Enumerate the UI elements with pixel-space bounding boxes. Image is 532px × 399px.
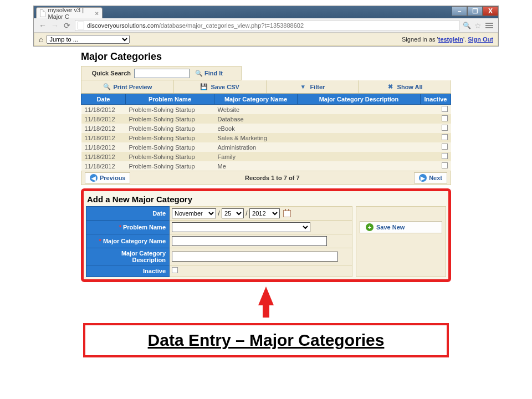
previous-button[interactable]: ◀ Previous	[85, 172, 130, 183]
field-problem-name	[170, 221, 352, 234]
cell-date: 11/18/2012	[81, 133, 126, 142]
cell-major-category-name: Database	[214, 114, 298, 124]
plus-icon: +	[366, 223, 374, 231]
col-inactive[interactable]: Inactive	[421, 94, 451, 105]
cell-major-category-desc	[298, 114, 421, 124]
annotation-callout: Data Entry – Major Categories	[83, 323, 449, 357]
back-button[interactable]: ←	[38, 21, 47, 30]
cell-major-category-desc	[298, 161, 421, 171]
col-major-category-name[interactable]: Major Category Name	[214, 94, 298, 105]
filter-button[interactable]: ▾ Filter	[267, 80, 359, 93]
app-top-bar: ⌂ Jump to ... Signed in as 'testglein'. …	[34, 33, 498, 46]
inactive-checkbox[interactable]	[442, 144, 448, 150]
col-problem-name[interactable]: Problem Name	[126, 94, 214, 105]
major-category-name-input[interactable]	[172, 236, 327, 246]
find-it-button[interactable]: 🔍 Find It	[192, 69, 226, 78]
bookmark-star-icon[interactable]: ☆	[474, 21, 482, 30]
window-maximize-button[interactable]: ☐	[467, 6, 483, 16]
inactive-checkbox[interactable]	[442, 106, 448, 112]
quick-search-label: Quick Search	[81, 70, 134, 76]
forward-button[interactable]: →	[50, 21, 59, 30]
url-path: /database/major_categories_view.php?t=13…	[159, 22, 304, 29]
cell-major-category-name: Sales & Marketing	[214, 133, 298, 142]
save-csv-button[interactable]: 💾 Save CSV	[174, 80, 267, 93]
cell-major-category-name: Administration	[214, 142, 298, 152]
cell-major-category-desc	[298, 142, 421, 152]
inactive-checkbox[interactable]	[442, 125, 448, 131]
arrow-left-icon: ◀	[90, 174, 98, 182]
major-category-desc-input[interactable]	[172, 252, 338, 262]
next-button[interactable]: ▶ Next	[414, 172, 447, 183]
inactive-checkbox[interactable]	[442, 162, 448, 168]
cell-date: 11/18/2012	[81, 161, 126, 171]
cell-inactive	[421, 142, 451, 152]
cell-major-category-name: eBook	[214, 124, 298, 133]
cell-inactive	[421, 114, 451, 124]
cell-major-category-desc	[298, 124, 421, 133]
home-icon[interactable]: ⌂	[39, 35, 43, 44]
inactive-checkbox[interactable]	[442, 153, 448, 159]
sign-out-link[interactable]: Sign Out	[468, 36, 493, 43]
pager-summary: Records 1 to 7 of 7	[130, 175, 414, 181]
date-year-select[interactable]: 2012	[249, 208, 280, 218]
table-row[interactable]: 11/18/2012Problem-Solving StartupWebsite	[81, 105, 451, 115]
add-new-title: Add a New Major Category	[87, 195, 446, 204]
calendar-icon[interactable]	[283, 210, 291, 217]
cell-problem-name: Problem-Solving Startup	[126, 114, 214, 124]
table-row[interactable]: 11/18/2012Problem-Solving StartupSales &…	[81, 133, 451, 142]
funnel-icon: ▾	[299, 83, 307, 91]
table-row[interactable]: 11/18/2012Problem-Solving StartupDatabas…	[81, 114, 451, 124]
url-host: discoveryoursolutions.com	[87, 22, 159, 29]
save-icon: 💾	[200, 83, 208, 91]
print-preview-button[interactable]: 🔍 Print Preview	[81, 80, 174, 93]
browser-tab[interactable]: mysolver v3 | Major C ×	[36, 7, 103, 18]
zoom-icon[interactable]: 🔍	[463, 22, 471, 29]
cell-major-category-name: Family	[214, 152, 298, 161]
window-minimize-button[interactable]: –	[452, 6, 467, 16]
username-link[interactable]: testglein	[438, 36, 463, 43]
save-new-button[interactable]: + Save New	[360, 221, 442, 233]
save-new-label: Save New	[376, 224, 405, 231]
inactive-checkbox[interactable]	[442, 134, 448, 140]
previous-label: Previous	[100, 175, 125, 181]
field-major-category-name	[170, 234, 352, 248]
page-title: Major Categories	[81, 51, 451, 63]
table-row[interactable]: 11/18/2012Problem-Solving StartupeBook	[81, 124, 451, 133]
label-inactive: Inactive	[86, 265, 170, 277]
label-major-category-name: * Major Category Name	[86, 234, 170, 248]
label-major-category-desc: Major Category Description	[86, 248, 170, 265]
table-row[interactable]: 11/18/2012Problem-Solving StartupAdminis…	[81, 142, 451, 152]
cell-major-category-desc	[298, 133, 421, 142]
problem-name-select[interactable]	[172, 222, 310, 232]
url-field[interactable]: discoveryoursolutions.com/database/major…	[75, 20, 459, 31]
reload-button[interactable]: ⟳	[63, 21, 71, 30]
next-label: Next	[429, 175, 442, 181]
label-date: Date	[86, 207, 170, 221]
inactive-checkbox[interactable]	[172, 267, 178, 273]
date-day-select[interactable]: 25	[222, 208, 244, 218]
cell-problem-name: Problem-Solving Startup	[126, 152, 214, 161]
close-tab-icon[interactable]: ×	[95, 10, 99, 17]
jump-to-select[interactable]: Jump to ...	[47, 35, 130, 44]
pager-bar: ◀ Previous Records 1 to 7 of 7 ▶ Next	[81, 171, 451, 185]
show-all-label: Show All	[397, 84, 423, 90]
show-all-button[interactable]: ✖ Show All	[359, 80, 451, 93]
cell-problem-name: Problem-Solving Startup	[126, 142, 214, 152]
cell-problem-name: Problem-Solving Startup	[126, 133, 214, 142]
col-major-category-desc[interactable]: Major Category Description	[298, 94, 421, 105]
menu-button[interactable]	[485, 21, 494, 30]
window-close-button[interactable]: X	[483, 6, 498, 16]
cell-date: 11/18/2012	[81, 152, 126, 161]
quick-search-input[interactable]	[134, 69, 190, 78]
table-row[interactable]: 11/18/2012Problem-Solving StartupFamily	[81, 152, 451, 161]
page-icon	[40, 9, 45, 17]
cell-problem-name: Problem-Solving Startup	[126, 124, 214, 133]
date-month-select[interactable]: November	[172, 208, 216, 218]
table-row[interactable]: 11/18/2012Problem-Solving StartupMe	[81, 161, 451, 171]
col-date[interactable]: Date	[81, 94, 126, 105]
sign-in-status: Signed in as 'testglein'. Sign Out	[402, 36, 493, 43]
cell-major-category-desc	[298, 152, 421, 161]
quick-search-bar: Quick Search 🔍 Find It	[81, 66, 242, 80]
cell-major-category-desc	[298, 105, 421, 115]
inactive-checkbox[interactable]	[442, 115, 448, 121]
